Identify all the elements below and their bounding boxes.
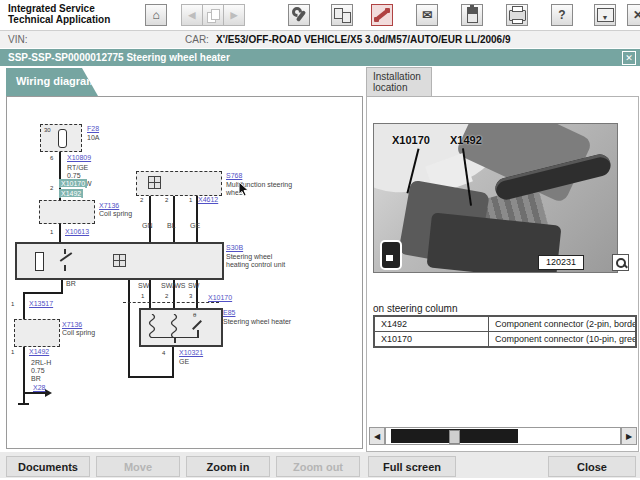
wire-label: SW: [138, 282, 149, 289]
vehicle-orientation-icon: [380, 240, 402, 270]
fuse-box[interactable]: 30: [40, 124, 82, 152]
wire: [128, 276, 130, 378]
minimize-icon: ▼: [597, 8, 614, 22]
pin-label: 2: [50, 185, 53, 191]
steering-wheel-heater-box[interactable]: θ: [139, 308, 223, 347]
wiring-diagram: 30 F28 10A 6 X10809 RT/GE 0.75 WS/SW 2 X…: [7, 97, 362, 448]
close-button[interactable]: Close: [548, 456, 636, 477]
vin-label: VIN:: [8, 34, 27, 45]
messages-button[interactable]: ✉: [416, 4, 438, 26]
car-label: CAR:: [185, 34, 209, 45]
scroll-left-button[interactable]: ◀: [369, 427, 385, 445]
wire-label: 0.75: [31, 367, 45, 374]
scrollbar-thumb[interactable]: [449, 430, 460, 444]
vehicle-connection-button[interactable]: [371, 4, 393, 26]
connector-link[interactable]: X10809: [67, 154, 91, 161]
wire: [149, 276, 151, 308]
wire: [23, 392, 45, 394]
wire: [173, 276, 175, 308]
pin-label: 6: [50, 155, 53, 161]
multifunction-steering-wheel-box[interactable]: [136, 171, 222, 196]
switch-icon: [60, 252, 73, 262]
top-toolbar: Integrated Service Technical Application…: [0, 0, 640, 31]
connector-link[interactable]: X1492: [29, 348, 49, 355]
back-button: ◀: [181, 4, 203, 26]
devices-icon: [334, 8, 351, 23]
photo-label-x1492: X1492: [450, 134, 482, 146]
help-icon: ?: [558, 8, 565, 22]
pages-icon: [207, 9, 220, 22]
switch-contact: [64, 265, 66, 271]
home-icon: ⌂: [152, 8, 159, 22]
connector-link[interactable]: X10613: [65, 228, 89, 235]
connector-link[interactable]: X10321: [179, 349, 203, 356]
wire-label: BR: [66, 280, 76, 287]
terminal-label: 30: [44, 127, 51, 133]
tab-installation-location[interactable]: Installation location: [366, 67, 432, 96]
app-title-line1: Integrated Service: [8, 3, 95, 14]
heating-element-icon: [169, 314, 179, 338]
tab-wiring-diagram[interactable]: Wiring diagram: [6, 68, 98, 96]
app-close-button[interactable]: ✕: [627, 4, 640, 26]
installation-location-panel: X10170 X1492 120231 on steering column X…: [366, 96, 639, 452]
highlighted-connector-link[interactable]: X10170: [59, 179, 87, 188]
location-note: on steering column: [373, 303, 458, 314]
component-icon: [148, 176, 161, 189]
coil-spring-box[interactable]: [39, 200, 95, 224]
wire-label: SW: [188, 282, 199, 289]
resistor-icon: [35, 252, 44, 271]
documents-button[interactable]: Documents: [6, 456, 90, 477]
ground-link[interactable]: X28: [33, 384, 45, 391]
home-button[interactable]: ⌂: [145, 4, 167, 26]
connector-id-cell: X10170: [374, 332, 489, 348]
magnifier-button[interactable]: [612, 254, 629, 271]
coil-spring-link[interactable]: X7136: [62, 321, 82, 328]
scrollbar-track[interactable]: [385, 427, 621, 445]
wire: [23, 292, 63, 294]
heating-control-unit-box[interactable]: [15, 242, 224, 280]
wire: [23, 292, 25, 404]
help-button[interactable]: ?: [551, 4, 573, 26]
mfl-link[interactable]: S768: [226, 172, 242, 179]
move-button: Move: [96, 456, 180, 477]
wire: [173, 194, 175, 242]
connector-desc-cell: Component connector (10-pin, green),: [489, 332, 637, 348]
measuring-devices-button[interactable]: [331, 4, 353, 26]
coil-spring-box[interactable]: [14, 319, 60, 347]
coil-spring-link[interactable]: X7136: [99, 202, 119, 209]
print-button[interactable]: [506, 4, 528, 26]
connector-link[interactable]: X4612: [198, 196, 218, 203]
installation-photo: X10170 X1492 120231: [373, 123, 618, 273]
highlighted-connector-link[interactable]: X1492: [59, 189, 83, 198]
pin-label: 1: [50, 229, 53, 235]
connector-link[interactable]: X10170: [208, 294, 232, 301]
workshop-tools-button[interactable]: [288, 4, 310, 26]
coil-spring-label: Coil spring: [62, 329, 95, 336]
thermal-switch-icon: [192, 320, 202, 330]
heater-name: Steering wheel heater: [223, 318, 291, 325]
document-title: SSP-SSP-SP0000012775 Steering wheel heat…: [8, 52, 230, 63]
zoom-in-button[interactable]: Zoom in: [186, 456, 270, 477]
connector-link[interactable]: X13517: [29, 300, 53, 307]
tab-installation-line2: location: [373, 82, 431, 93]
mail-icon: ✉: [422, 8, 432, 22]
fuse-link[interactable]: F28: [87, 125, 99, 132]
minimize-button[interactable]: ▼: [594, 4, 616, 26]
document-close-button[interactable]: ✕: [622, 51, 636, 65]
close-icon: ✕: [633, 8, 640, 22]
full-screen-button[interactable]: Full screen: [368, 456, 456, 477]
wire-label: 2RL-H: [31, 359, 51, 366]
wrench-icon: [290, 6, 308, 24]
scroll-right-button[interactable]: ▶: [621, 427, 637, 445]
pin-label: 1: [141, 293, 144, 299]
heater-link[interactable]: E85: [223, 309, 235, 316]
wiring-diagram-panel: 30 F28 10A 6 X10809 RT/GE 0.75 WS/SW 2 X…: [6, 96, 363, 449]
control-unit-link[interactable]: S30B: [226, 244, 243, 251]
thermal-switch-label: θ: [193, 312, 196, 318]
battery-status-button[interactable]: [461, 4, 483, 26]
wire-label: RT/GE: [67, 164, 88, 171]
app-title-line2: Technical Application: [8, 14, 110, 25]
pin-label: 3: [189, 293, 192, 299]
wire: [128, 376, 174, 378]
forward-icon: ▶: [231, 10, 238, 20]
